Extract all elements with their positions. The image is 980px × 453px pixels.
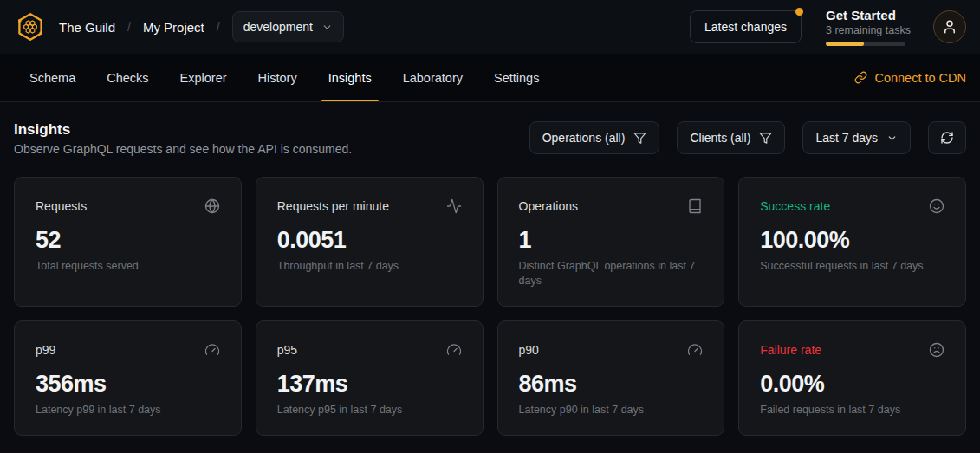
card-description: Latency p99 in last 7 days <box>36 403 220 417</box>
link-icon <box>854 71 867 84</box>
page-subtitle: Observe GraphQL requests and see how the… <box>14 142 352 156</box>
chevron-down-icon <box>321 22 333 33</box>
card-title: p99 <box>36 342 55 358</box>
target-select[interactable]: development <box>232 11 344 42</box>
gauge-icon <box>446 342 462 358</box>
insights-page: Insights Observe GraphQL requests and se… <box>0 102 980 436</box>
clients-filter-button[interactable]: Clients (all) <box>677 121 785 154</box>
card-value: 1 <box>519 226 704 254</box>
card-value: 356ms <box>36 370 220 398</box>
filter-icon <box>759 132 772 145</box>
card-title: Requests <box>36 198 87 214</box>
notification-dot <box>795 8 803 16</box>
card-value: 86ms <box>519 370 704 398</box>
latest-changes-button[interactable]: Latest changes <box>690 10 802 43</box>
stat-card-p99: p99 356ms Latency p99 in last 7 days <box>14 320 242 436</box>
get-started-progress-fill <box>826 42 864 46</box>
card-value: 0.00% <box>760 370 944 398</box>
globe-icon <box>204 198 220 214</box>
card-description: Total requests served <box>36 259 220 274</box>
card-value: 0.0051 <box>277 226 462 254</box>
avatar[interactable] <box>933 10 966 43</box>
breadcrumb-org-link[interactable]: The Guild <box>59 20 115 35</box>
tab-schema[interactable]: Schema <box>14 54 91 101</box>
connect-cdn-label: Connect to CDN <box>874 71 966 85</box>
page-title: Insights <box>14 120 352 140</box>
chevron-down-icon <box>886 133 898 144</box>
date-range-select[interactable]: Last 7 days <box>802 121 911 154</box>
tab-laboratory[interactable]: Laboratory <box>387 54 478 101</box>
gauge-icon <box>687 342 703 358</box>
stat-card-operations: Operations 1 Distinct GraphQL operations… <box>497 177 725 307</box>
activity-icon <box>446 198 462 214</box>
date-range-label: Last 7 days <box>815 131 878 145</box>
get-started-progress-bar <box>826 42 905 46</box>
card-value: 52 <box>36 226 220 254</box>
card-title: p95 <box>277 342 297 358</box>
gauge-icon <box>204 342 220 358</box>
tab-checks[interactable]: Checks <box>91 54 164 101</box>
stat-card-p90: p90 86ms Latency p90 in last 7 days <box>497 320 725 436</box>
stat-card-p95: p95 137ms Latency p95 in last 7 days <box>256 320 484 436</box>
card-title: Operations <box>519 198 578 214</box>
card-title: Failure rate <box>760 342 821 358</box>
smile-icon <box>929 198 944 214</box>
get-started-remaining-tasks: 3 remaining tasks <box>826 23 909 37</box>
latest-changes-label: Latest changes <box>704 20 787 34</box>
breadcrumb-project-link[interactable]: My Project <box>143 20 204 35</box>
target-select-value: development <box>243 20 313 34</box>
card-title: Success rate <box>760 198 830 214</box>
user-icon <box>942 19 957 35</box>
card-description: Failed requests in last 7 days <box>760 403 944 417</box>
stat-card-rpm: Requests per minute 0.0051 Throughput in… <box>256 177 484 307</box>
card-value: 100.00% <box>760 226 944 254</box>
breadcrumb: The Guild / My Project / development <box>59 11 344 42</box>
card-description: Distinct GraphQL operations in last 7 da… <box>519 259 704 288</box>
tab-explorer[interactable]: Explorer <box>165 54 243 101</box>
stat-card-failure-rate: Failure rate 0.00% Failed requests in la… <box>738 320 966 436</box>
card-value: 137ms <box>277 370 462 398</box>
get-started-widget[interactable]: Get Started 3 remaining tasks <box>826 8 909 46</box>
guild-logo-icon[interactable] <box>14 10 47 43</box>
filter-icon <box>633 132 646 145</box>
clients-filter-label: Clients (all) <box>690 131 750 145</box>
top-header: The Guild / My Project / development Lat… <box>0 0 980 54</box>
card-description: Latency p90 in last 7 days <box>519 403 704 417</box>
connect-cdn-link[interactable]: Connect to CDN <box>854 54 966 101</box>
tab-insights[interactable]: Insights <box>313 54 387 101</box>
stats-grid: Requests 52 Total requests served Reques… <box>14 177 966 436</box>
stat-card-success-rate: Success rate 100.00% Successful requests… <box>738 177 966 307</box>
refresh-button[interactable] <box>928 121 966 154</box>
book-icon <box>687 198 703 214</box>
frown-icon <box>929 342 944 358</box>
operations-filter-button[interactable]: Operations (all) <box>529 121 660 154</box>
breadcrumb-separator: / <box>217 20 220 34</box>
tab-settings[interactable]: Settings <box>478 54 555 101</box>
refresh-icon <box>940 131 954 145</box>
card-title: Requests per minute <box>277 198 389 214</box>
card-description: Successful requests in last 7 days <box>760 259 944 274</box>
card-description: Throughput in last 7 days <box>277 259 462 274</box>
breadcrumb-separator: / <box>127 20 131 34</box>
operations-filter-label: Operations (all) <box>542 131 626 145</box>
get-started-title: Get Started <box>826 8 909 23</box>
main-nav: Schema Checks Explorer History Insights … <box>0 54 980 102</box>
tab-history[interactable]: History <box>243 54 313 101</box>
card-title: p90 <box>519 342 539 358</box>
stat-card-requests: Requests 52 Total requests served <box>14 177 242 307</box>
card-description: Latency p95 in last 7 days <box>277 403 462 417</box>
